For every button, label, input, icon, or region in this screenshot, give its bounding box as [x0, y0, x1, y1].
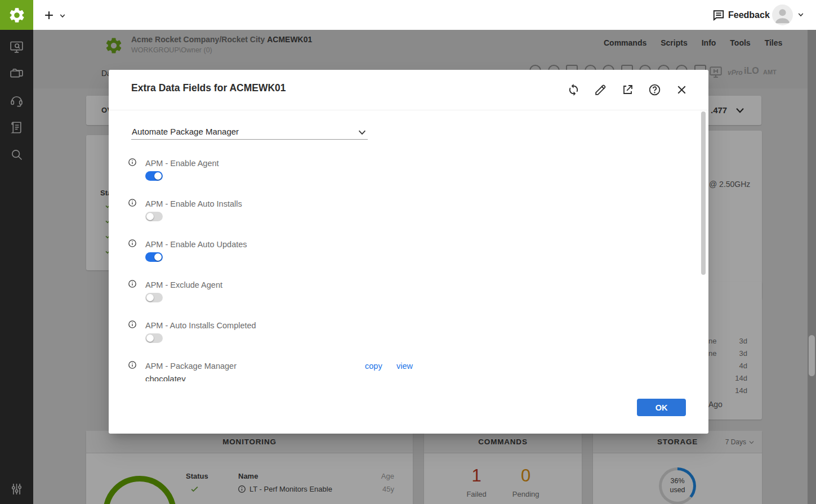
new-item-menu-chevron[interactable] [57, 11, 67, 20]
chevron-down-icon [356, 127, 368, 138]
edf-field-row: APM - Auto Installs Completed [109, 321, 702, 347]
external-link-icon [621, 83, 634, 96]
plus-icon [43, 9, 55, 21]
edf-field-value: chocolatey [145, 374, 186, 381]
feedback-button[interactable]: Feedback [712, 7, 770, 23]
edf-field-label: APM - Package Manager [145, 362, 237, 371]
gear-logo-icon [8, 6, 26, 24]
copy-link[interactable]: copy [365, 362, 382, 371]
dialog-title: Extra Data Fields for ACMEWK01 [131, 82, 286, 94]
feedback-label: Feedback [728, 10, 770, 20]
new-item-button[interactable] [42, 8, 56, 23]
info-icon[interactable] [128, 320, 139, 331]
refresh-button[interactable] [564, 80, 583, 99]
edf-field-row: APM - Enable Auto Updates [109, 240, 702, 266]
edf-toggle[interactable] [145, 293, 163, 302]
edf-toggle[interactable] [145, 333, 163, 343]
edf-field-row: APM - Package Manager copy view chocolat… [109, 362, 702, 381]
edf-field-list: APM - Enable Agent APM - Enable Auto Ins… [109, 145, 702, 381]
info-icon[interactable] [128, 239, 139, 249]
view-link[interactable]: view [396, 362, 413, 371]
pencil-icon [594, 83, 607, 96]
info-icon[interactable] [128, 198, 139, 209]
edit-button[interactable] [591, 80, 610, 99]
dialog-scrollbar-thumb[interactable] [701, 111, 706, 275]
close-button[interactable] [672, 80, 691, 99]
app-logo[interactable] [0, 0, 33, 30]
help-icon [648, 83, 661, 96]
extra-data-fields-dialog: Extra Data Fields for ACMEWK01 [109, 70, 708, 434]
edf-field-label: APM - Enable Agent [145, 159, 219, 168]
info-icon[interactable] [128, 158, 139, 168]
ok-button[interactable]: OK [637, 399, 686, 416]
header-divider [109, 110, 708, 110]
edf-field-label: APM - Enable Auto Updates [145, 240, 247, 249]
feedback-bubble-icon [712, 8, 725, 22]
edf-field-row: APM - Exclude Agent [109, 280, 702, 306]
help-button[interactable] [645, 80, 664, 99]
user-avatar[interactable] [772, 5, 793, 25]
user-menu-chevron[interactable] [796, 10, 805, 19]
chevron-down-icon [797, 11, 805, 19]
person-icon [772, 5, 793, 25]
edf-category-select[interactable]: Automate Package Manager [131, 124, 368, 140]
edf-field-label: APM - Exclude Agent [145, 280, 222, 289]
edf-toggle[interactable] [145, 252, 163, 262]
info-icon[interactable] [128, 360, 139, 371]
close-icon [675, 83, 688, 96]
edf-field-row: APM - Enable Auto Installs [109, 199, 702, 225]
edf-toggle[interactable] [145, 171, 163, 181]
edf-field-label: APM - Auto Installs Completed [145, 321, 256, 330]
info-icon[interactable] [128, 279, 139, 290]
refresh-icon [567, 83, 580, 96]
edf-field-label: APM - Enable Auto Installs [145, 199, 242, 208]
open-external-button[interactable] [618, 80, 637, 99]
chevron-down-icon [59, 12, 66, 20]
edf-toggle[interactable] [145, 212, 163, 221]
edf-field-row: APM - Enable Agent [109, 159, 702, 185]
top-bar: Feedback [0, 0, 816, 30]
edf-category-value: Automate Package Manager [132, 127, 239, 136]
app-root: Feedback [0, 0, 816, 504]
